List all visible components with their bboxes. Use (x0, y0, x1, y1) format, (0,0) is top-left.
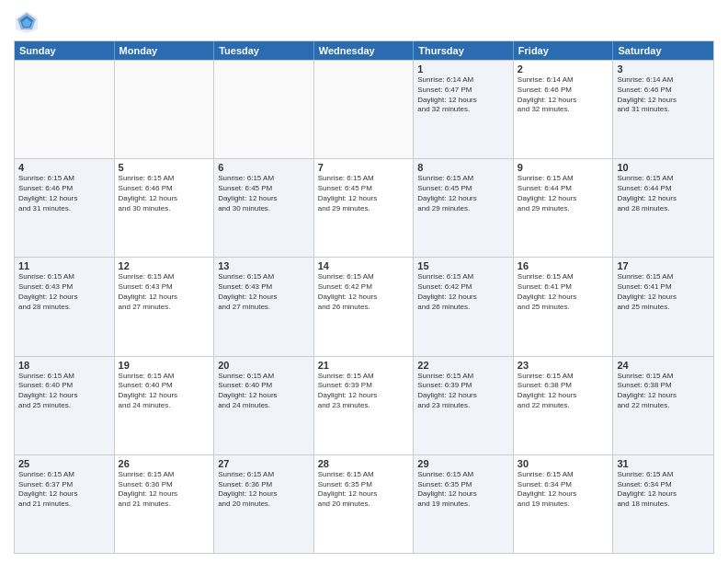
cal-cell-9: 9Sunrise: 6:15 AM Sunset: 6:44 PM Daylig… (514, 159, 614, 257)
cal-row-2: 11Sunrise: 6:15 AM Sunset: 6:43 PM Dayli… (15, 257, 713, 355)
day-number: 22 (417, 360, 509, 371)
cell-content: Sunrise: 6:15 AM Sunset: 6:44 PM Dayligh… (518, 174, 609, 213)
day-number: 26 (119, 458, 210, 469)
cell-content: Sunrise: 6:14 AM Sunset: 6:46 PM Dayligh… (617, 75, 710, 115)
cal-cell-8: 8Sunrise: 6:15 AM Sunset: 6:45 PM Daylig… (414, 159, 514, 257)
day-number: 7 (318, 162, 410, 173)
cal-header-monday: Monday (115, 41, 215, 60)
cell-content: Sunrise: 6:15 AM Sunset: 6:42 PM Dayligh… (318, 272, 410, 312)
cell-content: Sunrise: 6:15 AM Sunset: 6:40 PM Dayligh… (18, 372, 110, 411)
cell-content: Sunrise: 6:15 AM Sunset: 6:39 PM Dayligh… (318, 372, 410, 411)
cal-cell-26: 26Sunrise: 6:15 AM Sunset: 6:36 PM Dayli… (115, 455, 215, 553)
day-number: 19 (119, 360, 210, 371)
page: SundayMondayTuesdayWednesdayThursdayFrid… (0, 0, 728, 563)
cell-content: Sunrise: 6:15 AM Sunset: 6:44 PM Dayligh… (617, 174, 710, 213)
cal-cell-11: 11Sunrise: 6:15 AM Sunset: 6:43 PM Dayli… (15, 258, 115, 355)
cell-content: Sunrise: 6:15 AM Sunset: 6:36 PM Dayligh… (218, 470, 310, 510)
day-number: 18 (18, 360, 110, 371)
cal-cell-3: 3Sunrise: 6:14 AM Sunset: 6:46 PM Daylig… (613, 61, 713, 158)
day-number: 30 (518, 458, 609, 469)
day-number: 27 (218, 458, 310, 469)
header (14, 9, 714, 35)
cal-header-wednesday: Wednesday (314, 41, 415, 60)
cal-cell-15: 15Sunrise: 6:15 AM Sunset: 6:42 PM Dayli… (414, 258, 514, 355)
cell-content: Sunrise: 6:15 AM Sunset: 6:36 PM Dayligh… (119, 470, 210, 510)
cell-content: Sunrise: 6:15 AM Sunset: 6:46 PM Dayligh… (18, 174, 110, 213)
cal-cell-27: 27Sunrise: 6:15 AM Sunset: 6:36 PM Dayli… (214, 455, 314, 553)
cal-cell-7: 7Sunrise: 6:15 AM Sunset: 6:45 PM Daylig… (314, 159, 415, 257)
cal-header-thursday: Thursday (414, 41, 514, 60)
day-number: 14 (318, 260, 410, 271)
day-number: 1 (417, 63, 509, 75)
cal-cell-10: 10Sunrise: 6:15 AM Sunset: 6:44 PM Dayli… (613, 159, 713, 257)
day-number: 17 (617, 260, 710, 271)
cal-cell-empty-0-3 (314, 61, 415, 158)
cal-cell-4: 4Sunrise: 6:15 AM Sunset: 6:46 PM Daylig… (15, 159, 115, 257)
cal-header-sunday: Sunday (15, 41, 115, 60)
cal-cell-2: 2Sunrise: 6:14 AM Sunset: 6:46 PM Daylig… (514, 61, 614, 158)
cal-cell-24: 24Sunrise: 6:15 AM Sunset: 6:38 PM Dayli… (613, 357, 713, 454)
cell-content: Sunrise: 6:15 AM Sunset: 6:45 PM Dayligh… (417, 174, 509, 213)
cell-content: Sunrise: 6:14 AM Sunset: 6:46 PM Dayligh… (518, 75, 609, 115)
cell-content: Sunrise: 6:15 AM Sunset: 6:40 PM Dayligh… (119, 372, 210, 411)
cal-cell-20: 20Sunrise: 6:15 AM Sunset: 6:40 PM Dayli… (214, 357, 314, 454)
day-number: 11 (18, 260, 110, 271)
cal-cell-30: 30Sunrise: 6:15 AM Sunset: 6:34 PM Dayli… (514, 455, 614, 553)
cell-content: Sunrise: 6:15 AM Sunset: 6:43 PM Dayligh… (18, 272, 110, 312)
day-number: 20 (218, 360, 310, 371)
cal-cell-12: 12Sunrise: 6:15 AM Sunset: 6:43 PM Dayli… (115, 258, 215, 355)
day-number: 31 (617, 458, 710, 469)
cal-cell-31: 31Sunrise: 6:15 AM Sunset: 6:34 PM Dayli… (613, 455, 713, 553)
cal-cell-21: 21Sunrise: 6:15 AM Sunset: 6:39 PM Dayli… (314, 357, 415, 454)
cal-cell-29: 29Sunrise: 6:15 AM Sunset: 6:35 PM Dayli… (414, 455, 514, 553)
cell-content: Sunrise: 6:15 AM Sunset: 6:41 PM Dayligh… (617, 272, 710, 312)
cal-cell-22: 22Sunrise: 6:15 AM Sunset: 6:39 PM Dayli… (414, 357, 514, 454)
cell-content: Sunrise: 6:15 AM Sunset: 6:35 PM Dayligh… (417, 470, 509, 510)
day-number: 23 (518, 360, 609, 371)
cell-content: Sunrise: 6:15 AM Sunset: 6:40 PM Dayligh… (218, 372, 310, 411)
day-number: 8 (417, 162, 509, 173)
day-number: 29 (417, 458, 509, 469)
cell-content: Sunrise: 6:15 AM Sunset: 6:39 PM Dayligh… (417, 372, 509, 411)
day-number: 2 (518, 63, 609, 75)
cal-row-0: 1Sunrise: 6:14 AM Sunset: 6:47 PM Daylig… (15, 60, 713, 158)
cal-cell-13: 13Sunrise: 6:15 AM Sunset: 6:43 PM Dayli… (214, 258, 314, 355)
cell-content: Sunrise: 6:15 AM Sunset: 6:35 PM Dayligh… (318, 470, 410, 510)
cal-cell-17: 17Sunrise: 6:15 AM Sunset: 6:41 PM Dayli… (613, 258, 713, 355)
cal-header-friday: Friday (514, 41, 614, 60)
cal-cell-empty-0-0 (15, 61, 115, 158)
cal-cell-18: 18Sunrise: 6:15 AM Sunset: 6:40 PM Dayli… (15, 357, 115, 454)
calendar-header: SundayMondayTuesdayWednesdayThursdayFrid… (15, 41, 713, 60)
cell-content: Sunrise: 6:15 AM Sunset: 6:34 PM Dayligh… (518, 470, 609, 510)
day-number: 5 (119, 162, 210, 173)
day-number: 24 (617, 360, 710, 371)
day-number: 9 (518, 162, 609, 173)
cell-content: Sunrise: 6:15 AM Sunset: 6:41 PM Dayligh… (518, 272, 609, 312)
cal-header-tuesday: Tuesday (214, 41, 314, 60)
logo-icon (14, 9, 40, 35)
day-number: 12 (119, 260, 210, 271)
cal-cell-28: 28Sunrise: 6:15 AM Sunset: 6:35 PM Dayli… (314, 455, 415, 553)
cell-content: Sunrise: 6:15 AM Sunset: 6:38 PM Dayligh… (617, 372, 710, 411)
cell-content: Sunrise: 6:15 AM Sunset: 6:45 PM Dayligh… (218, 174, 310, 213)
cal-row-1: 4Sunrise: 6:15 AM Sunset: 6:46 PM Daylig… (15, 158, 713, 257)
calendar: SundayMondayTuesdayWednesdayThursdayFrid… (14, 40, 714, 554)
cal-cell-19: 19Sunrise: 6:15 AM Sunset: 6:40 PM Dayli… (115, 357, 215, 454)
cell-content: Sunrise: 6:15 AM Sunset: 6:43 PM Dayligh… (119, 272, 210, 312)
logo (14, 9, 43, 35)
day-number: 3 (617, 63, 710, 75)
cal-row-3: 18Sunrise: 6:15 AM Sunset: 6:40 PM Dayli… (15, 356, 713, 454)
cal-cell-6: 6Sunrise: 6:15 AM Sunset: 6:45 PM Daylig… (214, 159, 314, 257)
cal-cell-5: 5Sunrise: 6:15 AM Sunset: 6:46 PM Daylig… (115, 159, 215, 257)
day-number: 4 (18, 162, 110, 173)
cal-header-saturday: Saturday (613, 41, 713, 60)
day-number: 16 (518, 260, 609, 271)
cal-row-4: 25Sunrise: 6:15 AM Sunset: 6:37 PM Dayli… (15, 454, 713, 553)
cal-cell-1: 1Sunrise: 6:14 AM Sunset: 6:47 PM Daylig… (414, 61, 514, 158)
cell-content: Sunrise: 6:15 AM Sunset: 6:43 PM Dayligh… (218, 272, 310, 312)
day-number: 25 (18, 458, 110, 469)
cal-cell-empty-0-1 (115, 61, 215, 158)
cal-cell-14: 14Sunrise: 6:15 AM Sunset: 6:42 PM Dayli… (314, 258, 415, 355)
cal-cell-25: 25Sunrise: 6:15 AM Sunset: 6:37 PM Dayli… (15, 455, 115, 553)
day-number: 6 (218, 162, 310, 173)
